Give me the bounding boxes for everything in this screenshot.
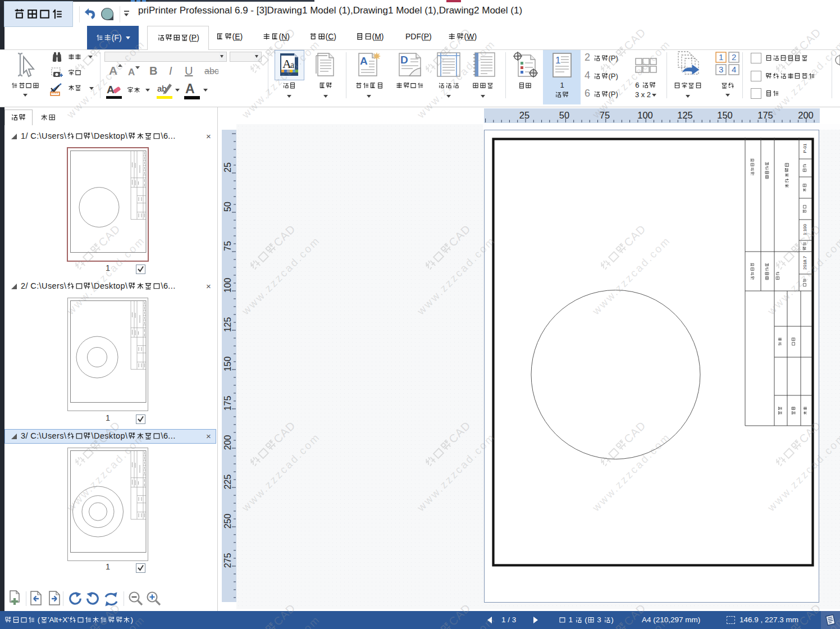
- svg-text:1: 1: [555, 55, 560, 66]
- svg-text:1: 1: [719, 52, 723, 62]
- svg-text:a: a: [290, 60, 294, 70]
- svg-text:2: 2: [732, 52, 736, 62]
- svg-text:4: 4: [732, 65, 736, 74]
- svg-text:D: D: [400, 54, 408, 66]
- svg-text:A: A: [360, 55, 368, 67]
- svg-text:3: 3: [719, 65, 723, 74]
